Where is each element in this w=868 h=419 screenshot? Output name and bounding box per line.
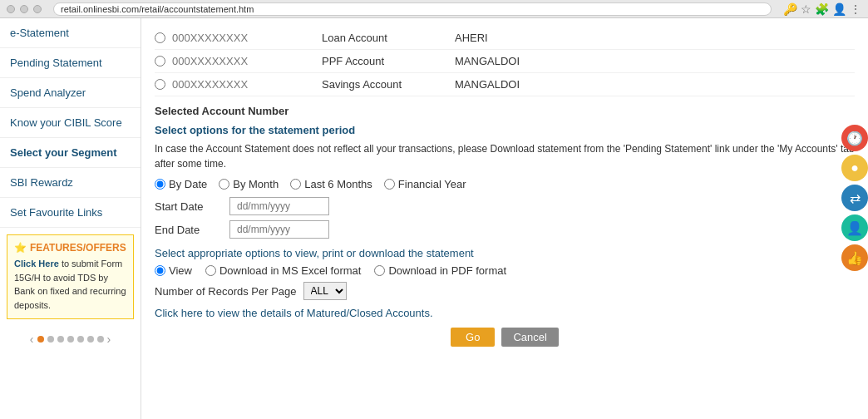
dot-2[interactable] [47, 336, 54, 343]
sidebar-item-select-segment[interactable]: Select your Segment [0, 138, 141, 168]
account-number-1: 000XXXXXXXX [172, 32, 322, 44]
label-financial-year: Financial Year [398, 178, 466, 190]
right-floating-buttons: 🕐 ● ⇄ 👤 👍 [841, 125, 868, 271]
option-ms-excel[interactable]: Download in MS Excel format [205, 264, 362, 277]
records-select[interactable]: ALL 10 25 50 100 [303, 282, 347, 300]
option-pdf[interactable]: Download in PDF format [374, 264, 506, 277]
label-pdf: Download in PDF format [388, 264, 506, 277]
radio-last-6-months[interactable] [290, 179, 301, 190]
info-text: In case the Account Statement does not r… [155, 141, 855, 171]
records-label: Number of Records Per Page [155, 285, 297, 298]
view-options-group: View Download in MS Excel format Downloa… [155, 264, 855, 277]
cancel-button[interactable]: Cancel [501, 328, 558, 347]
account-radio-1[interactable] [155, 32, 165, 43]
label-view: View [169, 264, 192, 277]
sidebar-item-set-favourite[interactable]: Set Favourite Links [0, 198, 141, 228]
account-row-1: 000XXXXXXXX Loan Account AHERI [155, 27, 855, 50]
radio-by-date[interactable] [155, 179, 165, 190]
account-type-3: Savings Account [322, 78, 455, 91]
start-date-row: Start Date [155, 197, 855, 215]
option-view[interactable]: View [155, 264, 192, 277]
prev-arrow[interactable]: ‹ [30, 333, 34, 346]
period-by-month[interactable]: By Month [219, 178, 279, 190]
features-title: ⭐ FEATURES/OFFERS [14, 242, 126, 254]
dot-5[interactable] [77, 336, 84, 343]
account-type-2: PPF Account [322, 55, 455, 67]
period-financial-year[interactable]: Financial Year [384, 178, 466, 190]
radio-financial-year[interactable] [384, 179, 395, 190]
account-type-1: Loan Account [322, 32, 455, 44]
browser-chrome: retail.onlinesbi.com/retail/accountstate… [0, 0, 868, 18]
label-ms-excel: Download in MS Excel format [219, 264, 362, 277]
right-btn-share[interactable]: ⇄ [841, 185, 868, 211]
dot-4[interactable] [67, 336, 74, 343]
label-by-month: By Month [233, 178, 279, 190]
browser-refresh[interactable] [33, 5, 42, 13]
end-date-row: End Date [155, 220, 855, 239]
right-btn-clock[interactable]: 🕐 [841, 125, 868, 151]
records-per-page-row: Number of Records Per Page ALL 10 25 50 … [155, 282, 855, 300]
browser-toolbar: 🔑 ☆ 🧩 👤 ⋮ [783, 2, 861, 16]
sidebar: e-Statement Pending Statement Spend Anal… [0, 18, 141, 419]
closed-accounts-link[interactable]: Click here to view the details of Mature… [155, 307, 433, 319]
account-branch-1: AHERI [455, 32, 488, 44]
sidebar-item-pending-statement[interactable]: Pending Statement [0, 48, 141, 78]
next-arrow[interactable]: › [107, 333, 111, 346]
main-content: 000XXXXXXXX Loan Account AHERI 000XXXXXX… [141, 18, 868, 419]
account-row-3: 000XXXXXXXX Savings Account MANGALDOI [155, 73, 855, 96]
right-btn-thumb[interactable]: 👍 [841, 244, 868, 271]
label-last-6-months: Last 6 Months [304, 178, 372, 190]
radio-view[interactable] [155, 265, 165, 276]
go-button[interactable]: Go [451, 328, 495, 347]
selected-account-label: Selected Account Number [155, 105, 855, 117]
dot-6[interactable] [87, 336, 94, 343]
end-date-label: End Date [155, 224, 221, 236]
account-branch-2: MANGALDOI [455, 55, 520, 67]
account-branch-3: MANGALDOI [455, 78, 520, 91]
sidebar-item-e-statement[interactable]: e-Statement [0, 18, 141, 48]
features-box: ⭐ FEATURES/OFFERS Click Here to submit F… [7, 234, 134, 319]
pagination-dots: ‹ › [0, 326, 141, 352]
url-bar[interactable]: retail.onlinesbi.com/retail/accountstate… [53, 2, 772, 16]
period-last-6-months[interactable]: Last 6 Months [290, 178, 372, 190]
radio-by-month[interactable] [219, 179, 229, 190]
start-date-input[interactable] [229, 197, 329, 215]
radio-ms-excel[interactable] [205, 265, 216, 276]
right-btn-person[interactable]: 👤 [841, 214, 868, 241]
features-link[interactable]: Click Here [14, 259, 59, 269]
features-text: Click Here to submit Form 15G/H to avoid… [14, 257, 126, 312]
browser-forward[interactable] [20, 5, 28, 13]
account-number-2: 000XXXXXXXX [172, 55, 322, 67]
star-icon: ⭐ [14, 242, 27, 254]
account-number-3: 000XXXXXXXX [172, 78, 322, 91]
account-radio-3[interactable] [155, 79, 165, 90]
dot-7[interactable] [97, 336, 104, 343]
dot-1[interactable] [37, 336, 44, 343]
right-btn-circle[interactable]: ● [841, 155, 868, 181]
dot-3[interactable] [57, 336, 64, 343]
browser-back[interactable] [7, 5, 15, 13]
account-row-2: 000XXXXXXXX PPF Account MANGALDOI [155, 50, 855, 73]
sidebar-item-spend-analyzer[interactable]: Spend Analyzer [0, 78, 141, 108]
statement-period-title: Select options for the statement period [155, 124, 855, 136]
period-by-date[interactable]: By Date [155, 178, 207, 190]
start-date-label: Start Date [155, 200, 221, 213]
action-buttons: Go Cancel [155, 328, 855, 347]
end-date-input[interactable] [229, 220, 329, 239]
account-radio-2[interactable] [155, 56, 165, 67]
sidebar-item-know-cibil[interactable]: Know your CIBIL Score [0, 108, 141, 138]
label-by-date: By Date [169, 178, 207, 190]
options-title: Select appropriate options to view, prin… [155, 247, 855, 259]
period-radio-group: By Date By Month Last 6 Months Financial… [155, 178, 855, 190]
radio-pdf[interactable] [374, 265, 385, 276]
sidebar-item-sbi-rewardz[interactable]: SBI Rewardz [0, 168, 141, 198]
